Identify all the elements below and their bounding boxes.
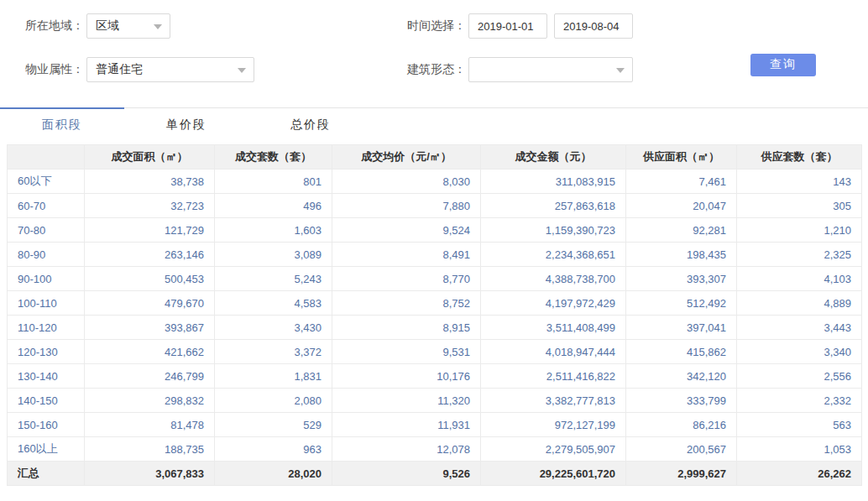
row-label: 160以上 — [8, 437, 85, 462]
end-date-input[interactable] — [554, 13, 633, 39]
table-cell: 11,320 — [332, 389, 481, 413]
filter-row-1: 所在地域： 区域 时间选择： — [25, 13, 843, 39]
row-label: 150-160 — [8, 413, 85, 437]
summary-cell: 2,999,627 — [626, 462, 737, 486]
table-head-row: 成交面积（㎡）成交套数（套）成交均价（元/㎡）成交金额（元）供应面积（㎡）供应套… — [8, 145, 862, 170]
table-cell: 972,127,199 — [481, 413, 626, 437]
table-row: 100-110479,6704,5838,7524,197,972,429512… — [8, 291, 862, 316]
region-label: 所在地域： — [25, 18, 84, 34]
row-label: 60-70 — [8, 194, 85, 218]
summary-label: 汇总 — [8, 462, 85, 486]
table-cell: 563 — [737, 413, 862, 437]
table-cell: 496 — [215, 194, 332, 218]
table-cell: 415,862 — [626, 340, 737, 364]
table-cell: 1,210 — [737, 218, 862, 243]
table-cell: 8,030 — [332, 170, 481, 194]
table-cell: 393,867 — [85, 316, 215, 340]
table-cell: 3,382,777,813 — [481, 389, 626, 413]
table-cell: 500,453 — [85, 267, 215, 291]
data-table: 成交面积（㎡）成交套数（套）成交均价（元/㎡）成交金额（元）供应面积（㎡）供应套… — [7, 144, 862, 486]
building-select[interactable] — [468, 57, 633, 82]
table-cell: 529 — [215, 413, 332, 437]
table-row: 110-120393,8673,4308,9153,511,408,499397… — [8, 316, 862, 340]
table-cell: 10,176 — [332, 364, 481, 389]
table-cell: 2,234,368,651 — [481, 243, 626, 267]
table-cell: 421,662 — [85, 340, 215, 364]
chevron-down-icon — [238, 68, 246, 73]
tab-unit-price-segment[interactable]: 单价段 — [124, 117, 248, 133]
table-cell: 305 — [737, 194, 862, 218]
table-cell: 4,583 — [215, 291, 332, 316]
row-label: 80-90 — [8, 243, 85, 267]
property-label: 物业属性： — [25, 62, 84, 77]
table-cell: 3,089 — [215, 243, 332, 267]
table-cell: 20,047 — [626, 194, 737, 218]
table-cell: 2,332 — [737, 389, 862, 413]
building-label: 建筑形态： — [407, 62, 466, 77]
table-cell: 333,799 — [626, 389, 737, 413]
table-cell: 8,491 — [332, 243, 481, 267]
property-filter-group: 物业属性： 普通住宅 — [25, 57, 407, 82]
table-cell: 3,443 — [737, 316, 862, 340]
tabs: 面积段 单价段 总价段 — [0, 107, 868, 133]
column-header — [8, 145, 85, 170]
column-header: 供应面积（㎡） — [626, 145, 737, 170]
table-cell: 4,018,947,444 — [481, 340, 626, 364]
table-cell: 11,931 — [332, 413, 481, 437]
column-header: 成交面积（㎡） — [85, 145, 215, 170]
table-cell: 198,435 — [626, 243, 737, 267]
summary-cell: 28,020 — [215, 462, 332, 486]
table-cell: 263,146 — [85, 243, 215, 267]
summary-row: 汇总3,067,83328,0209,52629,225,601,7202,99… — [8, 462, 862, 486]
table-cell: 92,281 — [626, 218, 737, 243]
table-cell: 2,325 — [737, 243, 862, 267]
filter-panel: 所在地域： 区域 时间选择： 物业属性： 普通住宅 建筑形态： — [0, 0, 868, 82]
table-cell: 512,492 — [626, 291, 737, 316]
table-cell: 246,799 — [85, 364, 215, 389]
column-header: 供应套数（套） — [737, 145, 862, 170]
summary-cell: 3,067,833 — [85, 462, 215, 486]
table-cell: 479,670 — [85, 291, 215, 316]
table-row: 120-130421,6623,3729,5314,018,947,444415… — [8, 340, 862, 364]
query-button[interactable]: 查询 — [750, 54, 816, 76]
table-cell: 963 — [215, 437, 332, 462]
table-cell: 1,603 — [215, 218, 332, 243]
tab-total-price-segment[interactable]: 总价段 — [248, 117, 373, 133]
row-label: 70-80 — [8, 218, 85, 243]
table-cell: 3,340 — [737, 340, 862, 364]
table-row: 60以下38,7388018,030311,083,9157,461143 — [8, 170, 862, 194]
table-body: 60以下38,7388018,030311,083,9157,46114360-… — [8, 170, 862, 462]
region-filter-group: 所在地域： 区域 — [25, 13, 407, 39]
table-row: 70-80121,7291,6039,5241,159,390,72392,28… — [8, 218, 862, 243]
tab-area-segment[interactable]: 面积段 — [0, 117, 124, 133]
start-date-input[interactable] — [468, 13, 547, 39]
column-header: 成交金额（元） — [481, 145, 626, 170]
table-cell: 4,388,738,700 — [481, 267, 626, 291]
table-cell: 3,372 — [215, 340, 332, 364]
table-row: 140-150298,8322,08011,3203,382,777,81333… — [8, 389, 862, 413]
region-select[interactable]: 区域 — [86, 13, 170, 39]
row-label: 140-150 — [8, 389, 85, 413]
table-cell: 342,120 — [626, 364, 737, 389]
table-row: 130-140246,7991,83110,1762,511,416,82234… — [8, 364, 862, 389]
table-cell: 121,729 — [85, 218, 215, 243]
row-label: 60以下 — [8, 170, 85, 194]
table-cell: 7,880 — [332, 194, 481, 218]
building-filter-group: 建筑形态： — [407, 57, 633, 82]
column-header: 成交均价（元/㎡） — [332, 145, 481, 170]
summary-cell: 9,526 — [332, 462, 481, 486]
table-cell: 3,430 — [215, 316, 332, 340]
table-cell: 298,832 — [85, 389, 215, 413]
chevron-down-icon — [616, 68, 625, 73]
table-cell: 143 — [737, 170, 862, 194]
table-cell: 8,752 — [332, 291, 481, 316]
table-row: 80-90263,1463,0898,4912,234,368,651198,4… — [8, 243, 862, 267]
tab-label: 单价段 — [166, 117, 207, 131]
chevron-down-icon — [154, 24, 162, 29]
table-cell: 81,478 — [85, 413, 215, 437]
table-cell: 86,216 — [626, 413, 737, 437]
table-cell: 1,831 — [215, 364, 332, 389]
table-cell: 393,307 — [626, 267, 737, 291]
column-header: 成交套数（套） — [215, 145, 332, 170]
property-select[interactable]: 普通住宅 — [86, 57, 254, 82]
